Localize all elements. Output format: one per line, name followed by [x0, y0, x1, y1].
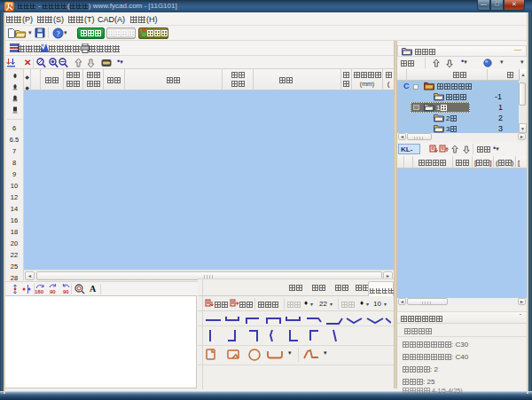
svg-text:90: 90 — [50, 289, 56, 294]
svg-text:?: ? — [57, 29, 60, 38]
svg-text:90: 90 — [63, 289, 69, 294]
svg-text:180: 180 — [35, 289, 44, 294]
